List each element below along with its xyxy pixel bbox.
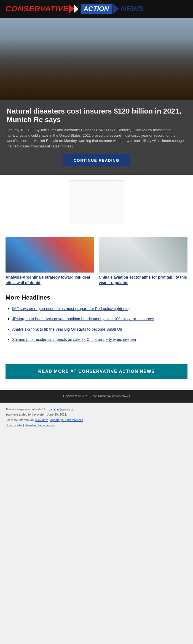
logo-arrow-icon (112, 3, 119, 14)
logo-action-box: ACTION (81, 4, 112, 14)
hero-button-wrapper: CONTINUE READING (7, 154, 186, 166)
article-card-argentina: Analysis-Argentina's strategy toward IMF… (6, 237, 94, 285)
more-headlines-title: More Headlines (6, 294, 187, 301)
headline-link-3[interactable]: Analysis-Shrink to fit: the year Big Oil… (12, 327, 122, 332)
list-item: JPMorgan to boost Asia private banking h… (12, 316, 187, 322)
list-item: Shimao puts residential projects on sale… (12, 337, 187, 343)
logo-conservative: CONSERVATIVE (6, 4, 69, 13)
article-link-china-aviation[interactable]: China's aviation sector aims for profita… (99, 275, 187, 285)
hero-title: Natural disasters cost insurers $120 bil… (7, 107, 186, 124)
logo-news: NEWS (121, 4, 144, 13)
sub-footer-click-here-link[interactable]: click here (35, 418, 48, 422)
article-image-china-aviation (99, 237, 187, 273)
hero-image-bg (0, 18, 193, 100)
sub-footer-intended-text: This message was intended for: (6, 408, 49, 411)
list-item: IMF says emerging economies must prepare… (12, 306, 187, 312)
headline-link-4[interactable]: Shimao puts residential projects on sale… (12, 337, 136, 342)
sub-footer: This message was intended for: xxxxxx@gm… (0, 403, 193, 433)
article-card-china-aviation: China's aviation sector aims for profita… (99, 237, 187, 285)
headline-link-2[interactable]: JPMorgan to boost Asia private banking h… (12, 317, 154, 321)
hero-excerpt: January 10, 2022 By Tom Sims and Alexand… (7, 127, 186, 149)
sub-footer-line2: You were added to the system June 29, 20… (6, 412, 187, 417)
sub-footer-line4: Unsubscribe | Unsubscribe via email (6, 423, 187, 428)
site-header: CONSERVATIVE ACTION NEWS (0, 0, 193, 18)
sub-footer-email-link[interactable]: xxxxxx@gmail.com (49, 408, 75, 411)
sub-footer-separator: | (22, 424, 25, 427)
two-column-articles: Analysis-Argentina's strategy toward IMF… (0, 231, 193, 288)
hero-overlay: Natural disasters cost insurers $120 bil… (0, 100, 193, 175)
list-item: Analysis-Shrink to fit: the year Big Oil… (12, 327, 187, 332)
continue-reading-button[interactable]: CONTINUE READING (63, 154, 130, 166)
chevron-icon (74, 4, 79, 13)
ad-image (69, 180, 124, 224)
cta-section: READ MORE AT CONSERVATIVE ACTION NEWS (0, 356, 193, 390)
headline-list: IMF says emerging economies must prepare… (6, 306, 187, 343)
more-headlines-section: More Headlines IMF says emerging economi… (0, 289, 193, 356)
read-more-button[interactable]: READ MORE AT CONSERVATIVE ACTION NEWS (6, 364, 187, 379)
footer-copyright: Copyright © 2021 | Conservative Action N… (6, 394, 187, 398)
sub-footer-more-info: For more information: (6, 418, 35, 422)
article-link-argentina[interactable]: Analysis-Argentina's strategy toward IMF… (6, 275, 90, 285)
main-content: Natural disasters cost insurers $120 bil… (0, 18, 193, 390)
article-image-argentina (6, 237, 94, 273)
unsubscribe-link[interactable]: Unsubscribe (6, 424, 22, 427)
sub-footer-line3: For more information: click here. Update… (6, 418, 187, 422)
logo-chevrons (70, 4, 79, 13)
unsubscribe-email-link[interactable]: Unsubscribe via email (25, 424, 55, 427)
sub-footer-update-prefs-link[interactable]: Update your preferences (50, 418, 83, 422)
headline-link-1[interactable]: IMF says emerging economies must prepare… (12, 306, 131, 311)
hero-image (0, 18, 193, 100)
logo-action: ACTION (84, 5, 109, 12)
hero-section: Natural disasters cost insurers $120 bil… (0, 18, 193, 175)
footer-dark: Copyright © 2021 | Conservative Action N… (0, 390, 193, 403)
sub-footer-line1: This message was intended for: xxxxxx@gm… (6, 407, 187, 412)
ad-section (0, 175, 193, 231)
